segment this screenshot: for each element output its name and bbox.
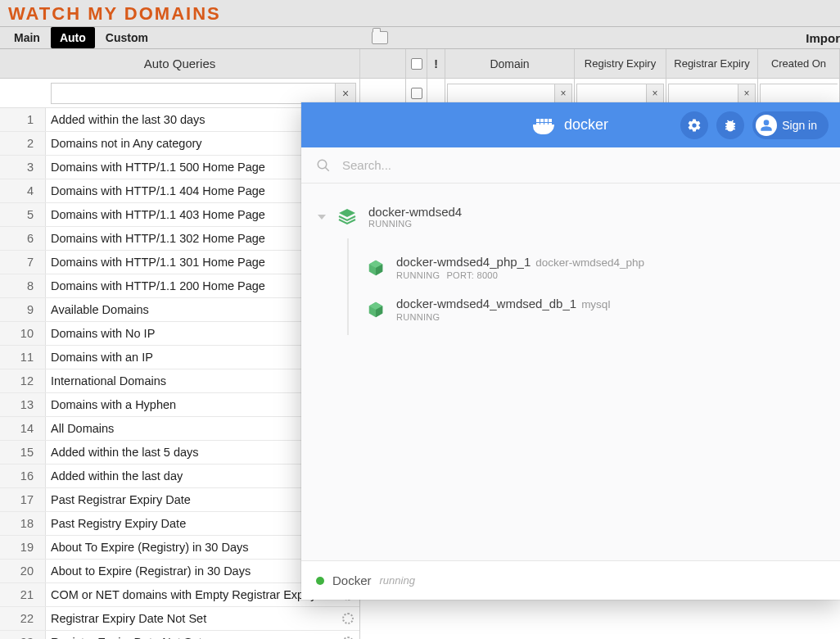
checkbox-icon[interactable] (411, 88, 422, 99)
panel-header-auto-queries: Auto Queries (0, 49, 359, 79)
bug-icon (723, 118, 738, 133)
filter-clear-button[interactable]: × (335, 83, 356, 104)
stack-name: docker-wmdsed4 (368, 205, 462, 219)
row-gear-button[interactable] (336, 613, 359, 624)
header-checkbox-cell[interactable] (406, 49, 427, 78)
docker-search-input[interactable] (342, 158, 825, 172)
container-name: docker-wmdsed4_wmdsed_db_1 (396, 297, 576, 310)
row-number: 18 (0, 512, 46, 535)
filter-created-input[interactable] (760, 84, 838, 103)
header-spacer (360, 49, 406, 78)
svg-point-0 (318, 160, 327, 169)
row-number: 5 (0, 203, 46, 226)
gear-icon (687, 118, 702, 133)
filter-domain-clear[interactable]: × (554, 84, 572, 103)
settings-button[interactable] (680, 111, 708, 139)
row-number: 20 (0, 560, 46, 582)
domains-header: ! Domain Registry Expiry Registrar Expir… (360, 49, 840, 79)
row-number: 4 (0, 179, 46, 202)
status-dot-icon (316, 577, 324, 585)
container-port: PORT: 8000 (446, 270, 498, 280)
container-row[interactable]: docker-wmdsed4_php_1docker-wmdsed4_phpRU… (349, 247, 840, 288)
docker-status-label: Docker (332, 573, 372, 587)
filter-registrar-input[interactable] (668, 84, 738, 103)
whale-icon (533, 116, 559, 134)
gear-icon (342, 613, 354, 624)
import-button[interactable]: Impor (806, 31, 840, 45)
row-number: 13 (0, 393, 46, 416)
signin-label: Sign in (782, 119, 817, 132)
row-number: 3 (0, 156, 46, 179)
tab-custom[interactable]: Custom (97, 27, 157, 48)
query-label: Registrar Expiry Date Not Set (46, 612, 336, 625)
avatar-icon (756, 115, 777, 136)
container-sub: docker-wmdsed4_php (535, 256, 644, 269)
filter-registrar-clear[interactable]: × (738, 84, 756, 103)
container-sub: mysql (581, 298, 610, 310)
filter-registry-clear[interactable]: × (646, 84, 664, 103)
docker-body: docker-wmdsed4 RUNNING docker-wmdsed4_ph… (301, 184, 840, 560)
filter-registry-input[interactable] (576, 84, 646, 103)
header-created-on[interactable]: Created On (758, 49, 840, 78)
row-number: 2 (0, 132, 46, 155)
container-name: docker-wmdsed4_php_1 (396, 255, 531, 269)
row-number: 17 (0, 488, 46, 511)
header-flag[interactable]: ! (427, 49, 445, 78)
svg-line-1 (325, 167, 329, 171)
stack-status: RUNNING (368, 219, 462, 229)
row-number: 6 (0, 227, 46, 250)
row-number: 8 (0, 274, 46, 297)
chevron-down-icon[interactable] (318, 215, 326, 220)
row-number: 15 (0, 441, 46, 464)
docker-brand-text: docker (564, 116, 608, 134)
docker-status-bar: Docker running (301, 560, 840, 600)
container-status: RUNNING (396, 312, 440, 322)
row-number: 10 (0, 322, 46, 345)
header-domain[interactable]: Domain (445, 49, 575, 78)
signin-button[interactable]: Sign in (752, 111, 829, 139)
app-title: WATCH MY DOMAINS (0, 0, 840, 26)
query-row[interactable]: 23Registry Expiry Date Not Set (0, 631, 359, 639)
row-number: 23 (0, 631, 46, 639)
row-number: 21 (0, 583, 46, 606)
docker-search-bar (301, 147, 840, 184)
debug-button[interactable] (716, 111, 744, 139)
tab-main[interactable]: Main (5, 27, 49, 48)
row-number: 9 (0, 298, 46, 321)
docker-titlebar: docker Sign in (301, 102, 840, 147)
container-icon (367, 301, 385, 319)
search-icon (316, 158, 331, 173)
docker-window: docker Sign in docker-wmdsed4 RUNNING (301, 102, 840, 600)
row-number: 22 (0, 607, 46, 630)
right-toolbar: Impor (360, 26, 840, 49)
folder-icon[interactable] (372, 31, 388, 44)
query-label: COM or NET domains with Empty Registrar … (46, 588, 336, 601)
row-number: 16 (0, 465, 46, 487)
container-icon (367, 259, 385, 277)
filter-input[interactable] (51, 83, 335, 104)
container-status: RUNNING (396, 270, 440, 280)
row-number: 7 (0, 251, 46, 274)
checkbox-icon[interactable] (411, 58, 422, 70)
row-number: 11 (0, 346, 46, 369)
filter-domain-input[interactable] (447, 84, 554, 103)
query-row[interactable]: 22Registrar Expiry Date Not Set (0, 607, 359, 631)
header-registrar-expiry[interactable]: Registrar Expiry (666, 49, 758, 78)
container-list: docker-wmdsed4_php_1docker-wmdsed4_phpRU… (347, 238, 840, 335)
row-number: 1 (0, 108, 46, 131)
stack-icon (337, 207, 357, 227)
tab-auto[interactable]: Auto (51, 27, 95, 48)
docker-status-state: running (380, 574, 415, 587)
row-number: 19 (0, 536, 46, 559)
row-number: 14 (0, 417, 46, 440)
query-label: Registry Expiry Date Not Set (46, 636, 336, 639)
row-number: 12 (0, 369, 46, 392)
header-registry-expiry[interactable]: Registry Expiry (575, 49, 666, 78)
container-row[interactable]: docker-wmdsed4_wmdsed_db_1mysqlRUNNING (349, 288, 840, 330)
stack-row[interactable]: docker-wmdsed4 RUNNING (301, 200, 840, 233)
docker-logo: docker (533, 116, 608, 134)
